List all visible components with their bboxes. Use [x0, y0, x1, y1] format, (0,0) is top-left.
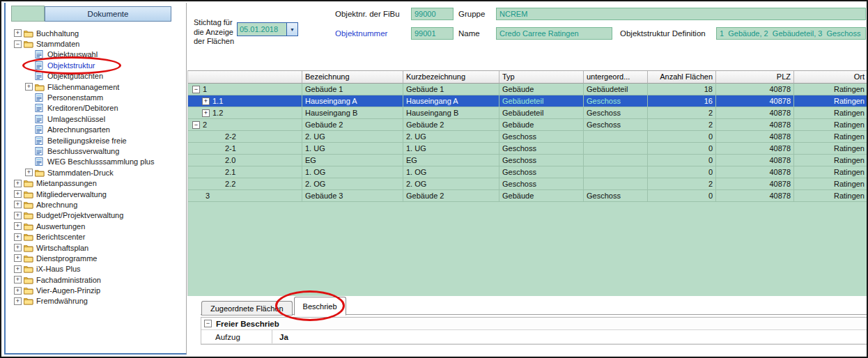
- expand-icon[interactable]: +: [14, 29, 22, 37]
- cell-typ: Gebäudeteil: [499, 95, 584, 107]
- sidebar-item-stammdaten-druck[interactable]: +Stammdaten-Druck: [11, 167, 187, 178]
- column-header-tree[interactable]: [188, 71, 302, 84]
- sidebar-item-weg-beschlusssammlung-plus[interactable]: WEG Beschlusssammlung plus: [11, 157, 187, 167]
- table-row-3[interactable]: 3Gebäude 3Gebäude 2GebäudeGeschoss040878…: [188, 190, 868, 202]
- sidebar-item-personenstamm[interactable]: Personenstamm: [11, 92, 187, 102]
- navigation-tree: +Buchhaltung−StammdatenObjektauswahlObje…: [11, 28, 187, 306]
- tree-number-cell: 3: [188, 190, 302, 202]
- expand-icon[interactable]: +: [14, 190, 22, 198]
- cell-plz: 40878: [716, 143, 794, 155]
- sidebar-item-umlageschlüssel[interactable]: Umlageschlüssel: [11, 114, 187, 124]
- table-row-2-2[interactable]: 2.22. OG2. OGGeschoss240878Ratingen: [188, 178, 868, 190]
- sidebar-item-objektgutachten[interactable]: Objektgutachten: [11, 71, 187, 81]
- expand-icon[interactable]: +: [14, 244, 22, 251]
- tab-beschrieb[interactable]: Beschrieb: [294, 297, 346, 316]
- dokumente-button[interactable]: Dokumente: [45, 6, 171, 22]
- folder-icon: [24, 179, 35, 187]
- table-row-2-1[interactable]: 2.11. OG1. OGGeschoss040878Ratingen: [188, 166, 868, 178]
- tree-item-label: Berichtscenter: [36, 233, 85, 241]
- objektstruktur-grid: BezeichnungKurzbezeichnungTypuntergeord.…: [187, 70, 868, 296]
- tree-item-label: Objektstruktur: [47, 61, 95, 70]
- folder-icon: [24, 211, 35, 219]
- sidebar-item-wirtschaftsplan[interactable]: +Wirtschaftsplan: [11, 242, 187, 253]
- cell-plz: 40878: [716, 178, 794, 190]
- sidebar-item-stammdaten[interactable]: −Stammdaten: [11, 38, 187, 49]
- sidebar-item-kreditoren-debitoren[interactable]: Kreditoren/Debitoren: [11, 103, 187, 114]
- expand-icon[interactable]: +: [14, 254, 22, 262]
- expand-icon[interactable]: +: [14, 287, 22, 295]
- column-header-kurzbezeichnung[interactable]: Kurzbezeichnung: [403, 71, 499, 84]
- column-header-typ[interactable]: Typ: [499, 71, 584, 84]
- collapse-icon[interactable]: −: [192, 86, 200, 93]
- sidebar-item-beschlussverwaltung[interactable]: Beschlussverwaltung: [11, 146, 187, 156]
- expand-icon[interactable]: +: [14, 276, 22, 283]
- detail-value[interactable]: Ja: [272, 330, 288, 343]
- sidebar-item-vier-augen-prinzip[interactable]: +Vier-Augen-Prinzip: [11, 285, 187, 295]
- expand-icon[interactable]: +: [14, 201, 22, 208]
- table-row-1-2[interactable]: +1.2Hauseingang BHauseingang BGebäudetei…: [188, 107, 868, 119]
- sidebar-item-mietanpassungen[interactable]: +Mietanpassungen: [11, 178, 187, 188]
- objektnummer-label[interactable]: Objektnummer: [335, 29, 387, 38]
- row-number: 2.1: [225, 168, 235, 176]
- expand-icon[interactable]: +: [25, 83, 33, 91]
- tree-item-label: Abrechnungsarten: [47, 125, 110, 134]
- table-row-2-1[interactable]: 2-11. UG1. UGGeschoss040878Ratingen: [188, 143, 868, 155]
- sidebar-item-buchhaltung[interactable]: +Buchhaltung: [11, 28, 187, 38]
- sidebar-item-abrechnungsarten[interactable]: Abrechnungsarten: [11, 125, 187, 135]
- cell-untergeordnet: [584, 131, 648, 143]
- table-row-2-0[interactable]: 2.0EGEGGeschoss040878Ratingen: [188, 155, 868, 166]
- column-header-untergeord[interactable]: untergeord...: [584, 71, 648, 84]
- doc-icon: [35, 157, 46, 166]
- tab-zugeordnete-flächen[interactable]: Zugeordnete Flächen: [201, 301, 293, 316]
- cell-bezeichnung: 2. OG: [302, 178, 403, 190]
- cell-anzahl-flaechen: 16: [648, 95, 716, 107]
- sidebar-item-mitgliederverwaltung[interactable]: +Mitgliederverwaltung: [11, 189, 187, 199]
- sidebar-item-objektauswahl[interactable]: Objektauswahl: [11, 49, 187, 60]
- date-select[interactable]: 05.01.2018 ▼: [237, 22, 298, 36]
- expand-icon[interactable]: +: [14, 222, 22, 230]
- expand-icon[interactable]: +: [14, 212, 22, 219]
- tree-number-cell: +1.1: [188, 95, 302, 107]
- expand-icon[interactable]: +: [14, 297, 22, 305]
- table-row-2[interactable]: −2Gebäude 2Gebäude 2GebäudeGeschoss24087…: [188, 119, 868, 131]
- cell-bezeichnung: Gebäude 3: [302, 190, 403, 202]
- sidebar-item-beteiligungskreise-freie[interactable]: Beteiligungskreise freie: [11, 135, 187, 146]
- expand-icon[interactable]: +: [14, 180, 22, 187]
- column-header-plz[interactable]: PLZ: [716, 71, 794, 84]
- tree-item-label: Beteiligungskreise freie: [47, 137, 127, 145]
- grid-header-row: BezeichnungKurzbezeichnungTypuntergeord.…: [188, 71, 868, 84]
- collapse-icon[interactable]: −: [204, 320, 212, 327]
- sidebar-item-flächenmanagement[interactable]: +Flächenmanagement: [11, 81, 187, 92]
- table-row-1-1[interactable]: +1.1Hauseingang AHauseingang AGebäudetei…: [188, 95, 868, 107]
- tree-item-label: Dienstprogramme: [36, 254, 97, 263]
- sidebar-item-fremdwährung[interactable]: +Fremdwährung: [11, 296, 187, 306]
- sidebar-item-objektstruktur[interactable]: Objektstruktur: [11, 60, 187, 70]
- sidebar-item-budget-projektverwaltung[interactable]: +Budget/Projektverwaltung: [11, 210, 187, 221]
- cell-ort: Ratingen: [794, 84, 868, 95]
- table-row-2-2[interactable]: 2-22. UG2. UGGeschoss040878Ratingen: [188, 131, 868, 143]
- tree-item-label: Stammdaten: [36, 40, 79, 48]
- expand-icon[interactable]: +: [14, 233, 22, 241]
- sidebar-item-dienstprogramme[interactable]: +Dienstprogramme: [11, 253, 187, 263]
- sidebar-item-berichtscenter[interactable]: +Berichtscenter: [11, 231, 187, 242]
- cell-typ: Geschoss: [499, 178, 584, 190]
- sidebar-item-auswertungen[interactable]: +Auswertungen: [11, 221, 187, 231]
- doc-icon: [35, 72, 46, 80]
- collapse-icon[interactable]: −: [192, 121, 200, 129]
- collapse-icon[interactable]: −: [14, 40, 22, 48]
- column-header-anzahl-flächen[interactable]: Anzahl Flächen: [648, 71, 716, 84]
- expand-icon[interactable]: +: [202, 98, 210, 105]
- tree-item-label: Fachadministration: [36, 276, 101, 284]
- expand-icon[interactable]: +: [202, 109, 210, 117]
- sidebar-item-ix-haus-plus[interactable]: +iX-Haus Plus: [11, 264, 187, 274]
- tree-item-label: Personenstamm: [47, 93, 103, 102]
- column-header-bezeichnung[interactable]: Bezeichnung: [302, 71, 403, 84]
- dropdown-arrow-icon[interactable]: ▼: [286, 23, 297, 36]
- column-header-ort[interactable]: Ort: [794, 71, 868, 84]
- sidebar-item-fachadministration[interactable]: +Fachadministration: [11, 274, 187, 285]
- table-row-1[interactable]: −1Gebäude 1Gebäude 1GebäudeGebäudeteil18…: [188, 84, 868, 95]
- expand-icon[interactable]: +: [25, 169, 33, 176]
- tree-number-cell: −2: [188, 119, 302, 131]
- sidebar-item-abrechnung[interactable]: +Abrechnung: [11, 199, 187, 210]
- expand-icon[interactable]: +: [14, 265, 22, 273]
